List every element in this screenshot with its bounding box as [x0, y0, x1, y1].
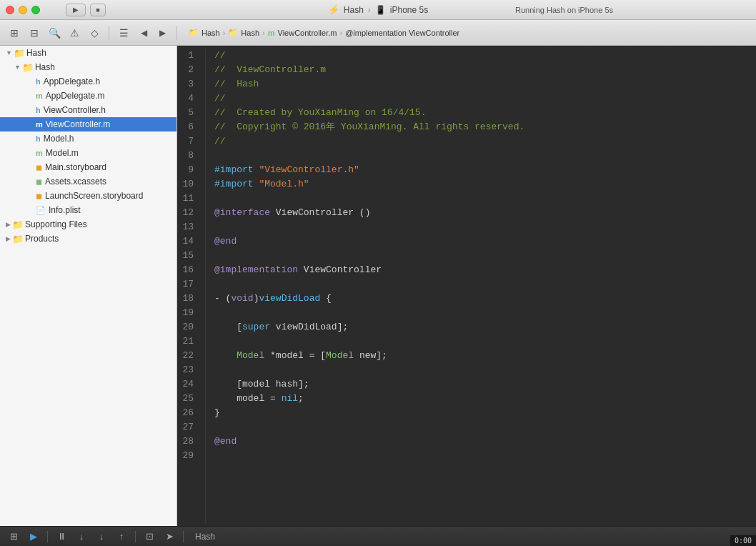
- bookmark-btn[interactable]: ◇: [86, 24, 103, 41]
- breadcrumb-hash2[interactable]: Hash: [241, 29, 259, 37]
- search-btn[interactable]: 🔍: [46, 24, 63, 41]
- code-line-29: [214, 449, 756, 463]
- line-number-15: 15: [177, 249, 199, 263]
- code-line-27: [214, 420, 756, 435]
- line-number-25: 25: [177, 392, 199, 406]
- close-button[interactable]: [6, 6, 14, 14]
- code-line-3: // Hash: [214, 77, 756, 91]
- sidebar-item-appdelegate-m[interactable]: m AppDelegate.m: [0, 89, 176, 103]
- bottom-share-btn[interactable]: ⊡: [141, 530, 157, 543]
- minimize-button[interactable]: [19, 6, 27, 14]
- bottom-editor-btn[interactable]: ⊞: [6, 530, 21, 543]
- sidebar-item-main-storyboard[interactable]: ◼ Main.storyboard: [0, 160, 176, 174]
- line-number-10: 10: [177, 177, 199, 192]
- sidebar-item-supporting-files[interactable]: ▶ 📁 Supporting Files: [0, 217, 176, 232]
- sidebar-item-viewcontroller-h[interactable]: h ViewController.h: [0, 103, 176, 117]
- code-line-4: //: [214, 91, 756, 106]
- line-number-17: 17: [177, 277, 199, 292]
- line-number-26: 26: [177, 406, 199, 420]
- line-number-21: 21: [177, 334, 199, 349]
- line-number-18: 18: [177, 292, 199, 306]
- back-btn[interactable]: ◀: [135, 24, 152, 41]
- code-line-1: //: [214, 49, 756, 63]
- m-icon-viewcontroller: m: [36, 120, 43, 129]
- sidebar-item-hash-group[interactable]: ▼ 📁 Hash: [0, 60, 176, 74]
- bottom-location-btn[interactable]: ➤: [161, 530, 177, 543]
- line-number-27: 27: [177, 420, 199, 435]
- sidebar-item-assets[interactable]: ◼ Assets.xcassets: [0, 174, 176, 189]
- line-number-6: 6: [177, 120, 199, 134]
- traffic-lights: [6, 6, 40, 14]
- line-number-1: 1: [177, 49, 199, 63]
- code-line-20: [super viewDidLoad];: [214, 320, 756, 334]
- bottom-pause-btn[interactable]: ⏸: [54, 530, 69, 543]
- code-editor[interactable]: 1234567891011121314151617181920212223242…: [177, 46, 756, 526]
- breadcrumb-file[interactable]: ViewController.m: [278, 29, 337, 37]
- sidebar-appdelegate-m-label: AppDelegate.m: [46, 91, 105, 101]
- sidebar-toggle[interactable]: ⊞: [6, 24, 23, 41]
- sep1: [109, 26, 109, 40]
- breadcrumb-symbol[interactable]: @implementation ViewController: [345, 29, 459, 37]
- list-view[interactable]: ☰: [115, 24, 132, 41]
- m-icon-appdelegate: m: [36, 91, 43, 100]
- h-icon-appdelegate: h: [36, 77, 41, 86]
- code-line-16: @implementation ViewController: [214, 263, 756, 277]
- stop-button[interactable]: ■: [90, 4, 106, 16]
- nav-buttons: ◀ ▶: [135, 24, 171, 41]
- code-line-13: [214, 220, 756, 234]
- line-number-14: 14: [177, 234, 199, 249]
- titlebar-center: ⚡ Hash › 📱 iPhone 5s: [328, 4, 428, 15]
- app-title: Hash: [344, 5, 364, 15]
- sidebar-info-plist-label: Info.plist: [49, 205, 81, 215]
- code-line-9: #import "ViewController.h": [214, 163, 756, 177]
- run-status: Running Hash on iPhone 5s: [515, 6, 613, 14]
- line-number-22: 22: [177, 349, 199, 363]
- code-line-8: [214, 149, 756, 163]
- sidebar-item-info-plist[interactable]: 📄 Info.plist: [0, 203, 176, 217]
- sidebar-launchscreen-label: LaunchScreen.storyboard: [45, 191, 143, 201]
- code-content: 1234567891011121314151617181920212223242…: [177, 46, 756, 526]
- line-number-4: 4: [177, 91, 199, 106]
- device-title: iPhone 5s: [390, 5, 428, 15]
- sidebar-item-appdelegate-h[interactable]: h AppDelegate.h: [0, 74, 176, 89]
- bottom-step-out[interactable]: ↑: [114, 530, 129, 543]
- folder-icon-products: 📁: [12, 234, 24, 244]
- breadcrumb: 📁 Hash › 📁 Hash › m ViewController.m › @…: [189, 28, 459, 37]
- folder-icon-hash: 📁: [22, 62, 34, 73]
- line-number-11: 11: [177, 192, 199, 206]
- code-line-11: [214, 192, 756, 206]
- time-display: 0:00: [730, 535, 756, 546]
- warning-btn[interactable]: ⚠: [66, 24, 83, 41]
- run-button[interactable]: ▶: [66, 4, 86, 16]
- triangle-products: ▶: [6, 235, 11, 242]
- code-line-26: }: [214, 406, 756, 420]
- code-line-2: // ViewController.m: [214, 63, 756, 77]
- sidebar-item-model-m[interactable]: m Model.m: [0, 146, 176, 160]
- bottom-step-over[interactable]: ↓: [74, 530, 89, 543]
- line-number-28: 28: [177, 435, 199, 449]
- sidebar-model-m-label: Model.m: [46, 148, 79, 158]
- sidebar-item-viewcontroller-m[interactable]: m ViewController.m: [0, 117, 176, 131]
- line-number-20: 20: [177, 320, 199, 334]
- sidebar-supporting-label: Supporting Files: [25, 219, 87, 229]
- plist-icon: 📄: [36, 206, 46, 215]
- sep-3: ›: [339, 29, 342, 37]
- sep2: [176, 26, 177, 40]
- bottom-step-into[interactable]: ↓: [94, 530, 109, 543]
- line-number-24: 24: [177, 377, 199, 392]
- grid-view[interactable]: ⊟: [26, 24, 43, 41]
- code-line-19: [214, 306, 756, 320]
- sidebar-item-root[interactable]: ▼ 📁 Hash: [0, 46, 176, 60]
- line-number-16: 16: [177, 263, 199, 277]
- sidebar-item-model-h[interactable]: h Model.h: [0, 131, 176, 146]
- sidebar-item-products[interactable]: ▶ 📁 Products: [0, 232, 176, 246]
- sidebar-item-launchscreen[interactable]: ◼ LaunchScreen.storyboard: [0, 189, 176, 203]
- maximize-button[interactable]: [31, 6, 40, 14]
- forward-btn[interactable]: ▶: [154, 24, 171, 41]
- breadcrumb-hash1[interactable]: Hash: [202, 29, 220, 37]
- sidebar-viewcontroller-m-label: ViewController.m: [46, 119, 110, 129]
- code-line-7: //: [214, 134, 756, 149]
- bottom-debug-btn[interactable]: ▶: [26, 530, 41, 543]
- code-line-23: [214, 363, 756, 377]
- line-numbers: 1234567891011121314151617181920212223242…: [177, 49, 206, 523]
